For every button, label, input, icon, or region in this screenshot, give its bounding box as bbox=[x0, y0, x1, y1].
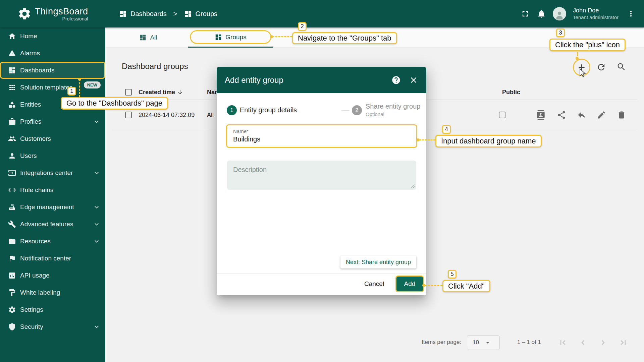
sidebar-item-customers[interactable]: Customers bbox=[0, 130, 105, 147]
edit-button[interactable] bbox=[597, 110, 606, 120]
sidebar-item-notification-center[interactable]: Notification center bbox=[0, 250, 105, 267]
sidebar-item-label: Users bbox=[20, 152, 37, 160]
breadcrumb-dashboards[interactable]: Dashboards bbox=[119, 10, 167, 18]
next-page-icon bbox=[598, 338, 608, 347]
avatar-person-icon bbox=[554, 9, 565, 20]
mouse-cursor bbox=[578, 68, 588, 78]
sidebar-item-label: API usage bbox=[20, 272, 50, 279]
close-dialog-button[interactable] bbox=[409, 75, 418, 85]
app-header: ThingsBoard Professional Dashboards > Gr… bbox=[0, 0, 644, 27]
callout-1-connector bbox=[79, 79, 80, 97]
public-header: Public bbox=[502, 84, 520, 100]
sidebar-item-edge-management[interactable]: Edge management bbox=[0, 198, 105, 216]
breadcrumb-groups[interactable]: Groups bbox=[184, 10, 218, 18]
prev-page-button[interactable] bbox=[578, 338, 588, 347]
sidebar-item-home[interactable]: Home bbox=[0, 27, 105, 45]
callout-5-number: 5 bbox=[448, 270, 457, 279]
callout-4-label: Input dashboard group name bbox=[435, 135, 542, 147]
page-title: Dashboard groups bbox=[122, 62, 188, 71]
brand-name: ThingsBoard bbox=[35, 6, 88, 17]
sidebar-item-label: Integrations center bbox=[20, 169, 73, 177]
sidebar-item-advanced-features[interactable]: Advanced features bbox=[0, 216, 105, 233]
sidebar-item-label: Advanced features bbox=[20, 221, 73, 228]
sidebar-item-label: Profiles bbox=[20, 118, 41, 125]
last-page-button[interactable] bbox=[619, 338, 628, 347]
sidebar-item-security[interactable]: Security bbox=[0, 318, 105, 335]
first-page-icon bbox=[558, 338, 568, 347]
paint-icon bbox=[8, 289, 16, 297]
step-2-label-block[interactable]: Share entity group Optional bbox=[366, 103, 420, 117]
first-page-button[interactable] bbox=[558, 338, 568, 347]
prev-page-icon bbox=[578, 338, 588, 347]
fullscreen-button[interactable] bbox=[521, 9, 530, 18]
row-checkbox[interactable] bbox=[125, 112, 132, 118]
user-block[interactable]: John Doe Tenant administrator bbox=[573, 7, 619, 20]
sidebar-item-label: Customers bbox=[20, 135, 51, 142]
sidebar-item-api-usage[interactable]: API usage bbox=[0, 267, 105, 284]
name-input[interactable] bbox=[233, 135, 408, 143]
callout-1-dot bbox=[78, 78, 81, 81]
chevron-down-icon bbox=[93, 118, 101, 126]
avatar[interactable] bbox=[553, 7, 566, 20]
user-role: Tenant administrator bbox=[573, 14, 619, 21]
briefcase-icon bbox=[8, 118, 16, 126]
callout-3-dot bbox=[576, 57, 579, 60]
dashboards-grid-icon bbox=[139, 34, 147, 41]
cancel-button[interactable]: Cancel bbox=[364, 280, 384, 288]
sidebar-item-rule-chains[interactable]: Rule chains bbox=[0, 181, 105, 198]
share-button[interactable] bbox=[557, 110, 566, 120]
sidebar-item-users[interactable]: Users bbox=[0, 147, 105, 164]
delete-button[interactable] bbox=[617, 110, 626, 120]
manage-users-button[interactable] bbox=[536, 110, 545, 120]
callout-5-connector bbox=[425, 285, 442, 286]
chevron-down-icon bbox=[93, 237, 101, 245]
tab-label: Groups bbox=[225, 34, 246, 41]
breadcrumb-separator: > bbox=[173, 10, 177, 18]
resize-grip-icon[interactable] bbox=[411, 184, 415, 188]
name-field-label: Name* bbox=[233, 128, 249, 134]
brand-logo[interactable]: ThingsBoard Professional bbox=[17, 0, 88, 27]
callout-3-number: 3 bbox=[556, 28, 565, 37]
dropdown-arrow-icon bbox=[484, 339, 492, 347]
sidebar-item-profiles[interactable]: Profiles bbox=[0, 113, 105, 130]
tab-all[interactable]: All bbox=[121, 27, 175, 48]
callout-4-dot bbox=[417, 138, 420, 141]
dashboards-grid-icon bbox=[8, 66, 16, 74]
person-icon bbox=[8, 152, 16, 160]
search-button[interactable] bbox=[616, 62, 626, 72]
name-field[interactable]: Name* bbox=[226, 124, 417, 148]
callout-4-connector bbox=[419, 139, 435, 140]
sidebar-item-dashboards[interactable]: Dashboards bbox=[0, 62, 105, 79]
dialog-header: Add entity group bbox=[217, 67, 426, 93]
add-button[interactable]: Add bbox=[395, 276, 424, 292]
next-page-button[interactable] bbox=[598, 338, 608, 347]
more-menu-button[interactable] bbox=[627, 9, 635, 18]
notifications-button[interactable] bbox=[537, 9, 546, 18]
sidebar-item-resources[interactable]: Resources bbox=[0, 233, 105, 250]
thingsboard-app: ThingsBoard Professional Dashboards > Gr… bbox=[0, 0, 644, 362]
undo-button[interactable] bbox=[577, 110, 586, 120]
description-textarea[interactable] bbox=[227, 161, 416, 190]
items-per-page-select[interactable]: 10 bbox=[467, 335, 500, 350]
tab-groups[interactable]: Groups bbox=[190, 30, 271, 44]
bell-icon bbox=[537, 9, 546, 18]
sidebar-item-alarms[interactable]: Alarms bbox=[0, 45, 105, 62]
description-field[interactable] bbox=[227, 161, 416, 190]
home-icon bbox=[8, 32, 16, 40]
select-all-checkbox[interactable] bbox=[125, 89, 132, 96]
close-icon bbox=[409, 75, 418, 85]
sidebar-item-solution-templates[interactable]: Solution templates NEW bbox=[0, 79, 105, 96]
refresh-button[interactable] bbox=[596, 62, 606, 72]
help-button[interactable] bbox=[391, 75, 401, 85]
step-1-label: Entity group details bbox=[240, 106, 297, 114]
items-per-page-value: 10 bbox=[473, 339, 479, 346]
people-icon bbox=[8, 135, 16, 143]
paginator-range: 1 – 1 of 1 bbox=[517, 339, 541, 346]
last-page-icon bbox=[619, 338, 628, 347]
public-checkbox[interactable] bbox=[499, 112, 505, 118]
next-share-entity-group-button[interactable]: Next: Share entity group bbox=[340, 256, 416, 268]
sidebar-item-white-labeling[interactable]: White labeling bbox=[0, 284, 105, 301]
items-per-page-label: Items per page: bbox=[422, 339, 461, 346]
sidebar-item-settings[interactable]: Settings bbox=[0, 301, 105, 318]
sidebar-item-integrations-center[interactable]: Integrations center bbox=[0, 164, 105, 181]
